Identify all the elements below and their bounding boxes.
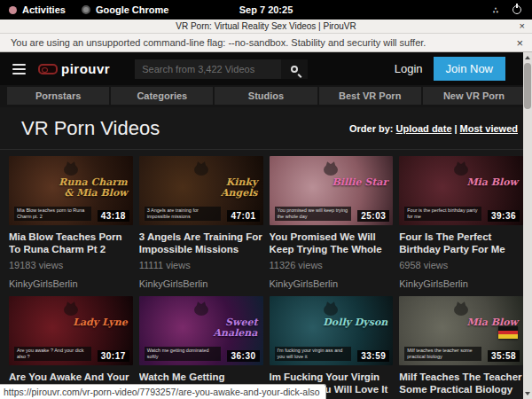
video-studio-link[interactable]: KinkyGirlsBerlin <box>139 278 263 289</box>
system-top-bar: Activities Google Chrome Sep 7 20:25 ∴ <box>0 0 532 20</box>
video-thumbnail[interactable]: Sweet Analena Watch me getting dominated… <box>139 296 263 365</box>
video-title[interactable]: Milf Teaches The Teacher Some Practical … <box>399 372 523 395</box>
studio-cat-logo-icon <box>323 161 339 176</box>
search-button[interactable] <box>281 59 308 79</box>
power-icon[interactable] <box>512 5 521 14</box>
video-card: Mia Blow Milf teaches the teacher some p… <box>399 296 523 399</box>
nav-item-best-vr-porn[interactable]: Best VR Porn <box>319 87 421 105</box>
studio-cat-logo-icon <box>453 301 469 316</box>
search-icon <box>291 66 298 73</box>
video-card: Runa Charm & Mia Blow Mia Blow teaches p… <box>9 156 133 289</box>
thumbnail-overlay-text: Lady Lyne <box>73 317 128 328</box>
tab-title[interactable]: VR Porn: Virtual Reality Sex Videos | Pi… <box>176 21 356 31</box>
thumbnail-caption: Are you awake ? And your dick also ? <box>14 347 91 361</box>
video-thumbnail[interactable]: Dolly Dyson I'm fucking your virgin ass … <box>270 296 394 365</box>
thumbnail-overlay-text: Mia Blow <box>466 177 518 188</box>
video-views: 6958 views <box>399 260 523 270</box>
status-bar-url: https://pirouvr.com/vr-porn-video/779325… <box>0 384 326 399</box>
studio-cat-logo-icon <box>453 161 469 176</box>
video-card: Billie Star You promised we will keep tr… <box>270 156 394 289</box>
infobar-message: You are using an unsupported command-lin… <box>11 37 426 48</box>
duration-badge: 30:17 <box>98 350 129 362</box>
scroll-down-icon[interactable] <box>525 392 530 395</box>
site-logo[interactable]: pirouvr <box>38 61 110 76</box>
join-now-button[interactable]: Join Now <box>434 57 505 81</box>
video-title[interactable]: Mia Blow Teaches Porn To Runa Charm Pt 2 <box>9 231 133 255</box>
login-link[interactable]: Login <box>395 62 423 75</box>
activities-button[interactable]: Activities <box>9 4 66 15</box>
thumbnail-caption: 3 Angels are training for impossible mis… <box>145 207 222 221</box>
search-bar <box>135 59 308 79</box>
browser-infobar: You are using an unsupported command-lin… <box>0 34 532 52</box>
video-views: 11326 views <box>270 260 394 270</box>
browser-tab-bar: VR Porn: Virtual Reality Sex Videos | Pi… <box>0 20 532 34</box>
order-most-viewed-link[interactable]: Most viewed <box>460 123 518 134</box>
site-header: pirouvr Login Join Now <box>0 52 532 85</box>
thumbnail-caption: Watch me getting dominated softly <box>145 347 222 361</box>
tab-close-icon[interactable]: × <box>520 20 525 31</box>
network-icon[interactable]: ∴ <box>493 5 498 15</box>
studio-cat-logo-icon <box>193 301 209 316</box>
video-studio-link[interactable]: KinkyGirlsBerlin <box>399 278 523 289</box>
active-app-label: Google Chrome <box>96 4 169 15</box>
page-scrollbar[interactable] <box>523 52 532 399</box>
video-title[interactable]: You Promised We Will Keep Trying The Who… <box>270 231 394 255</box>
studio-cat-logo-icon <box>63 301 79 316</box>
vr-goggles-icon <box>38 64 58 74</box>
duration-badge: 35:58 <box>488 350 520 362</box>
order-by-label: Order by: <box>349 123 394 134</box>
studio-cat-logo-icon <box>193 161 209 176</box>
nav-item-studios[interactable]: Studios <box>215 87 317 105</box>
thumbnail-caption: Milf teaches the teacher some practical … <box>404 347 481 361</box>
studio-cat-logo-icon <box>323 301 339 316</box>
thumbnail-caption: Four is the perfect birthday party for m… <box>404 207 481 221</box>
thumbnail-overlay-text: Dolly Dyson <box>323 317 387 328</box>
nav-item-categories[interactable]: Categories <box>111 87 213 105</box>
page-title-row: VR Porn Videos Order by: Upload date|Mos… <box>0 107 532 150</box>
duration-badge: 33:59 <box>357 350 389 362</box>
page-title: VR Porn Videos <box>21 117 160 140</box>
thumbnail-caption: I'm fucking your virgin ass and you will… <box>275 347 352 361</box>
infobar-close-icon[interactable]: × <box>516 36 523 50</box>
thumbnail-overlay-text: Sweet Analena <box>187 317 258 338</box>
logo-text: pirouvr <box>61 61 110 76</box>
video-studio-link[interactable]: KinkyGirlsBerlin <box>9 278 133 289</box>
video-card: Mia Blow Four is the perfect birthday pa… <box>399 156 523 289</box>
order-upload-date-link[interactable]: Upload date <box>396 123 452 134</box>
duration-badge: 39:36 <box>488 210 520 222</box>
nav-item-new-vr-porn[interactable]: New VR Porn <box>423 87 525 105</box>
video-thumbnail[interactable]: Runa Charm & Mia Blow Mia Blow teaches p… <box>9 156 133 225</box>
screen: Activities Google Chrome Sep 7 20:25 ∴ V… <box>0 0 532 399</box>
main-nav: Pornstars Categories Studios Best VR Por… <box>0 85 532 107</box>
activities-indicator-icon <box>9 6 17 14</box>
video-thumbnail[interactable]: Mia Blow Milf teaches the teacher some p… <box>399 296 523 365</box>
german-flag-icon <box>498 326 518 339</box>
order-by: Order by: Upload date|Most viewed <box>349 123 518 134</box>
search-input[interactable] <box>135 59 281 79</box>
video-thumbnail[interactable]: Kinky Angels 3 Angels are training for i… <box>139 156 263 225</box>
video-title[interactable]: Four Is The Perfect Birthday Party For M… <box>399 231 523 255</box>
thumbnail-overlay-text: Runa Charm & Mia Blow <box>57 177 128 198</box>
video-thumbnail[interactable]: Mia Blow Four is the perfect birthday pa… <box>399 156 523 225</box>
thumbnail-overlay-text: Billie Star <box>332 177 387 188</box>
menu-hamburger-icon[interactable] <box>12 64 26 74</box>
thumbnail-caption: Mia Blow teaches porn to Runa Charm pt. … <box>14 207 91 221</box>
video-views: 19183 views <box>9 260 133 270</box>
activities-label: Activities <box>22 4 66 15</box>
video-views: 11111 views <box>139 260 263 270</box>
studio-cat-logo-icon <box>63 161 79 176</box>
video-studio-link[interactable]: KinkyGirlsBerlin <box>270 278 394 289</box>
video-thumbnail[interactable]: Lady Lyne Are you awake ? And your dick … <box>9 296 133 365</box>
video-card: Kinky Angels 3 Angels are training for i… <box>139 156 263 289</box>
chrome-app-icon <box>82 5 90 14</box>
active-app-menu[interactable]: Google Chrome <box>82 4 169 15</box>
scrollbar-thumb[interactable] <box>524 63 531 109</box>
duration-badge: 25:03 <box>357 210 389 222</box>
nav-item-pornstars[interactable]: Pornstars <box>7 87 109 105</box>
clock[interactable]: Sep 7 20:25 <box>239 4 293 15</box>
video-thumbnail[interactable]: Billie Star You promised we will keep tr… <box>270 156 394 225</box>
scroll-up-icon[interactable] <box>525 56 530 59</box>
duration-badge: 43:18 <box>98 210 129 222</box>
video-title[interactable]: 3 Angels Are Training For Impossible Mis… <box>139 231 263 255</box>
thumbnail-caption: You promised we will keep trying the who… <box>275 207 352 221</box>
